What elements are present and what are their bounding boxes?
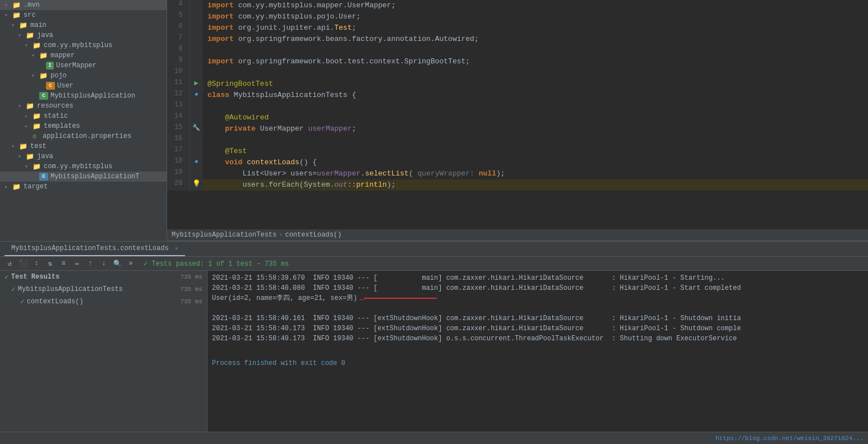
console-output[interactable]: 2021-03-21 15:58:39.670 INFO 19340 --- [… [207,271,868,432]
sidebar-item-applicationtest[interactable]: C MybitsplusApplicationT [0,172,167,182]
line-num-18: 18 [167,157,190,168]
toolbar-stop-button[interactable]: ⬛ [18,258,28,269]
gutter-19 [190,168,203,179]
sidebar-item-user[interactable]: C User [0,81,167,91]
test-method-item[interactable]: ✓ contextLoads() 735 ms [0,295,207,308]
test-method-label: contextLoads() [27,298,84,306]
code-content-8 [203,45,868,56]
panel-content: ✓ Test Results 735 ms ✓ MybitsplusApplic… [0,271,868,432]
code-content-12: class MybitsplusApplicationTests { [203,90,868,101]
line-num-6: 6 [167,22,190,34]
console-line-4 [212,303,864,313]
test-pass-icon-root: ✓ [4,272,9,281]
sidebar-item-mvn[interactable]: .mvn [0,0,167,10]
test-pass-icon-method: ✓ [20,297,25,306]
sidebar-label-usermapper: UserMapper [56,62,96,70]
code-scroll-area[interactable]: 4 import com.yy.mybitsplus.mapper.UserMa… [167,0,868,229]
sidebar-item-test[interactable]: test [0,141,167,151]
lightbulb-gutter-icon-20[interactable]: 💡 [192,180,201,188]
sidebar-item-templates[interactable]: templates [0,121,167,131]
sidebar-item-java[interactable]: java [0,30,167,40]
status-link[interactable]: https://blog.csdn.net/weixin_39271824... [715,435,864,442]
user-output-text: User(id=2, name=李四, age=21, sex=男) [212,293,357,303]
toolbar-expand-button[interactable]: ⇔ [72,258,82,269]
toolbar-more-button[interactable]: » [126,258,136,269]
code-row-13: 13 [167,101,868,112]
sidebar-item-src[interactable]: src [0,10,167,20]
sidebar-item-packagetest[interactable]: com.yy.mybitsplus [0,161,167,172]
console-line-1: 2021-03-21 15:58:39.670 INFO 19340 --- [… [212,273,864,283]
sidebar-item-main[interactable]: main [0,20,167,30]
sidebar-item-application[interactable]: C MybitsplusApplication [0,91,167,101]
test-method-time: 735 ms [180,298,202,305]
status-bar: https://blog.csdn.net/weixin_39271824... [0,432,868,444]
gutter-15: 🔧 [190,123,203,135]
test-class-item[interactable]: ✓ MybitsplusApplicationTests 735 ms [0,283,207,295]
gutter-13 [190,101,203,112]
console-line-7: 2021-03-21 15:58:40.173 INFO 19340 --- [… [212,334,864,344]
sidebar-label-src: src [24,11,36,19]
toolbar-sort-desc-button[interactable]: ⇅ [45,258,55,269]
toolbar-next-button[interactable]: ↓ [99,258,109,269]
toolbar-search-button[interactable]: 🔍 [112,258,122,269]
run-gutter-icon-11[interactable]: ▶ [194,79,198,87]
line-num-5: 5 [167,11,190,22]
test-class-time: 735 ms [180,286,202,293]
line-num-12: 12 [167,90,190,101]
sidebar-item-usermapper[interactable]: I UserMapper [0,61,167,71]
toolbar-prev-button[interactable]: ↑ [85,258,95,269]
gutter-6 [190,22,203,34]
toolbar-collapse-button[interactable]: ≡ [58,258,68,269]
console-line-6: 2021-03-21 15:58:40.173 INFO 19340 --- [… [212,323,864,334]
test-class-label: MybitsplusApplicationTests [18,285,123,293]
code-content-16 [203,135,868,146]
line-num-4: 4 [167,0,190,11]
breadcrumb-class: MybitsplusApplicationTests [172,231,276,239]
folder-icon-templates [33,122,41,130]
gutter-9 [190,56,203,67]
sidebar-label-pojo: pojo [50,72,67,80]
sidebar-item-target[interactable]: target [0,182,167,192]
sidebar-item-javatest[interactable]: java [0,151,167,161]
code-content-20: users.forEach(System.out::println); [203,179,868,191]
interface-icon-usermapper: I [46,62,54,70]
gutter-10 [190,67,203,78]
folder-icon-target [12,183,21,191]
code-content-11: @SpringBootTest [203,78,868,90]
debug-gutter-icon-18[interactable]: ◆ [195,158,198,165]
toolbar-rerun-button[interactable]: ↺ [4,258,15,269]
console-line-3: User(id=2, name=李四, age=21, sex=男) ← [212,293,864,303]
sidebar-item-static[interactable]: static [0,111,167,121]
class-icon-user: C [46,82,55,90]
breadcrumb-method: contextLoads() [285,231,341,239]
code-row-14: 14 @Autowired [167,112,868,123]
sidebar-item-appproperties[interactable]: application.properties [0,131,167,141]
properties-icon [33,132,40,140]
file-tree-sidebar: .mvn src main java com.yy.mybitsplus [0,0,167,241]
debug-gutter-icon-12[interactable]: ◆ [195,91,198,98]
sidebar-item-pojo[interactable]: pojo [0,71,167,81]
checkmark-icon: ✓ [144,260,151,268]
gutter-16 [190,135,203,146]
panel-tab-label: MybitsplusApplicationTests.contextLoads [11,244,169,252]
toolbar-sort-asc-button[interactable]: ↕ [31,258,41,269]
line-num-19: 19 [167,168,190,179]
code-row-18: 18 ◆ void contextLoads() { [167,157,868,168]
sidebar-item-mapper[interactable]: mapper [0,50,167,61]
code-editor: 4 import com.yy.mybitsplus.mapper.UserMa… [167,0,868,241]
panel-tab-run[interactable]: MybitsplusApplicationTests.contextLoads … [4,242,185,256]
code-content-13 [203,101,868,112]
line-num-20: 20 [167,179,190,191]
arrow-packagetest [25,163,31,170]
test-results-header[interactable]: ✓ Test Results 735 ms [0,271,207,283]
sidebar-item-package[interactable]: com.yy.mybitsplus [0,40,167,50]
code-table: 4 import com.yy.mybitsplus.mapper.UserMa… [167,0,868,191]
panel-tab-close-icon[interactable]: ✕ [175,246,178,252]
code-row-11: 11 ▶ @SpringBootTest [167,78,868,90]
run-gutter-icon-15[interactable]: 🔧 [192,124,200,131]
folder-icon-static [33,112,41,120]
sidebar-item-resources[interactable]: resources [0,101,167,111]
arrow-mapper [31,52,38,59]
arrow-java [18,32,25,39]
gutter-5 [190,11,203,22]
